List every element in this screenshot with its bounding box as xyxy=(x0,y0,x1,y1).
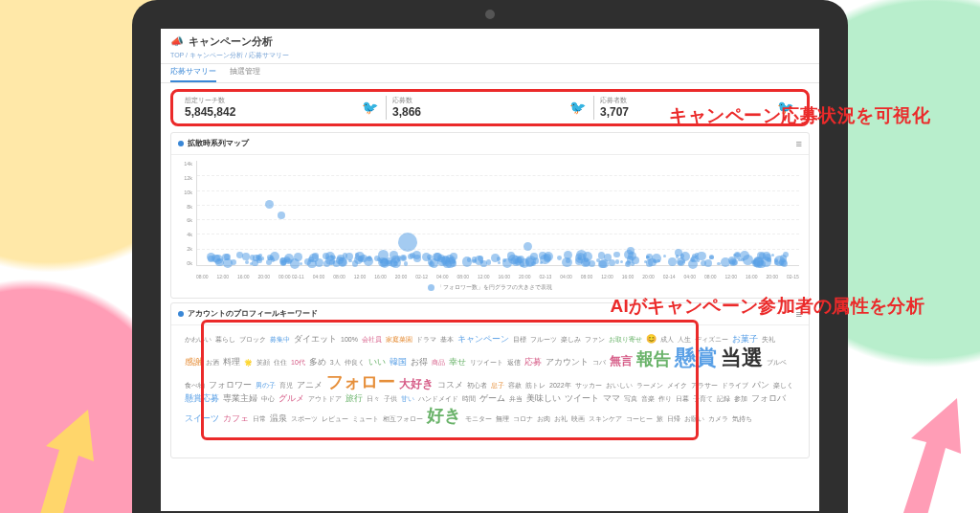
keyword[interactable]: 応募 xyxy=(524,357,542,367)
keyword[interactable]: 旅行 xyxy=(345,393,363,403)
keyword[interactable]: スポーツ xyxy=(291,415,318,423)
keyword[interactable]: 無理 xyxy=(496,415,509,423)
keyword[interactable]: 写真 xyxy=(624,395,637,403)
tab-lottery[interactable]: 抽選管理 xyxy=(230,67,260,82)
keyword[interactable]: お礼 xyxy=(554,415,568,423)
keyword[interactable]: お菓子 xyxy=(732,334,758,344)
keyword[interactable]: 音楽 xyxy=(641,395,655,403)
keyword[interactable]: お取り寄せ xyxy=(609,336,642,344)
word-cloud[interactable]: かわいい暮らしブロック募集中ダイエット100%会社員家庭菜園ドラマ基本キャンペー… xyxy=(171,325,809,457)
keyword[interactable]: スキンケア xyxy=(589,415,622,423)
keyword[interactable]: 旅 xyxy=(657,415,663,423)
keyword[interactable]: 温泉 xyxy=(270,413,287,423)
keyword[interactable]: 食べ物 xyxy=(185,382,205,390)
keyword[interactable]: 育児 xyxy=(279,382,293,390)
keyword[interactable]: 😊 xyxy=(646,334,657,344)
tab-summary[interactable]: 応募サマリー xyxy=(170,67,216,82)
breadcrumb[interactable]: TOP / キャンペーン分析 / 応募サマリー xyxy=(170,51,810,60)
keyword[interactable]: カフェ xyxy=(223,413,249,423)
keyword[interactable]: いい xyxy=(368,357,386,367)
keyword[interactable]: パン xyxy=(752,380,769,390)
keyword[interactable]: 日暮 xyxy=(676,395,689,403)
bubble-chart[interactable]: 14k12k10k8k6k4k2k0k 08:0012:0016:0020:00… xyxy=(171,155,809,281)
keyword[interactable]: 料理 xyxy=(223,357,240,367)
keyword[interactable]: 失礼 xyxy=(762,336,775,344)
keyword[interactable]: かわいい xyxy=(185,336,212,344)
keyword[interactable]: 目標 xyxy=(513,336,526,344)
keyword[interactable]: キャンペーン xyxy=(457,334,509,344)
keyword[interactable]: 当選 xyxy=(721,346,763,369)
keyword[interactable]: 無言 xyxy=(610,355,633,368)
keyword[interactable]: 美味しい xyxy=(526,393,561,403)
keyword[interactable]: 甘い xyxy=(401,395,414,403)
keyword[interactable]: サッカー xyxy=(575,382,602,390)
keyword[interactable]: 住住 xyxy=(274,359,287,367)
keyword[interactable]: カメラ xyxy=(708,415,728,423)
keyword[interactable]: コバ xyxy=(592,359,606,367)
keyword[interactable]: コロナ xyxy=(513,415,533,423)
keyword[interactable]: 容赦 xyxy=(508,382,522,390)
keyword[interactable]: ブルベ xyxy=(767,359,787,367)
keyword[interactable]: 韓国 xyxy=(390,357,407,367)
keyword[interactable]: 大好き xyxy=(399,378,434,391)
keyword[interactable]: 筋トレ xyxy=(525,382,546,390)
keyword[interactable]: ハンドメイド xyxy=(418,395,458,403)
keyword[interactable]: 感謝 xyxy=(185,357,202,367)
keyword[interactable]: フォロワー xyxy=(209,380,252,390)
keyword[interactable]: フルーツ xyxy=(530,336,557,344)
keyword[interactable]: ツイート xyxy=(565,393,599,403)
keyword[interactable]: 映画 xyxy=(571,415,585,423)
keyword[interactable]: お願い xyxy=(684,415,704,423)
keyword[interactable]: 楽しく xyxy=(773,382,793,390)
keyword[interactable]: メイク xyxy=(667,382,687,390)
keyword[interactable]: 笑顔 xyxy=(256,359,270,367)
keyword[interactable]: アカウント xyxy=(546,357,589,367)
keyword[interactable]: ママ xyxy=(603,393,620,403)
keyword[interactable]: 作り xyxy=(658,395,672,403)
keyword[interactable]: 会社員 xyxy=(362,336,382,344)
keyword[interactable]: フォロー xyxy=(326,372,395,392)
keyword[interactable]: 専業主婦 xyxy=(223,393,257,403)
keyword[interactable]: 日帰 xyxy=(667,415,680,423)
keyword[interactable]: 日常 xyxy=(253,415,266,423)
keyword[interactable]: グルメ xyxy=(278,393,304,403)
keyword[interactable]: アウトドア xyxy=(308,395,342,403)
keyword[interactable]: 日々 xyxy=(367,395,380,403)
keyword[interactable]: アラサー xyxy=(691,382,718,390)
keyword[interactable]: 返信 xyxy=(507,359,521,367)
keyword[interactable]: アニメ xyxy=(297,380,323,390)
keyword[interactable]: おいしい xyxy=(606,382,633,390)
keyword[interactable]: 成人 xyxy=(660,336,674,344)
keyword[interactable]: お得 xyxy=(411,357,428,367)
keyword[interactable]: 好き xyxy=(427,406,461,426)
keyword[interactable]: 家庭菜園 xyxy=(386,336,412,344)
keyword[interactable]: ラーメン xyxy=(636,382,663,390)
keyword[interactable]: お酒 xyxy=(206,359,219,367)
keyword[interactable]: 多め xyxy=(309,357,326,367)
keyword[interactable]: ゲーム xyxy=(479,393,505,403)
keyword[interactable]: ファン xyxy=(585,336,605,344)
keyword[interactable]: 仲良く xyxy=(345,359,365,367)
keyword[interactable]: 相互フォロー xyxy=(383,415,423,423)
keyword[interactable]: 懸賞応募 xyxy=(185,393,219,403)
keyword[interactable]: ドラマ xyxy=(416,336,436,344)
keyword[interactable]: ダイエット xyxy=(294,334,337,344)
keyword[interactable]: 暮らし xyxy=(215,336,235,344)
keyword[interactable]: 懸賞 xyxy=(675,346,717,369)
keyword[interactable]: 募集中 xyxy=(270,336,290,344)
keyword[interactable]: 10代 xyxy=(291,359,305,367)
keyword[interactable]: 子育て xyxy=(693,395,713,403)
keyword[interactable]: モニター xyxy=(465,415,492,423)
keyword[interactable]: 100% xyxy=(341,336,358,344)
keyword[interactable]: 🌟 xyxy=(244,359,253,367)
keyword[interactable]: 報告 xyxy=(636,349,671,369)
keyword[interactable]: コスメ xyxy=(437,380,463,390)
keyword[interactable]: 3人 xyxy=(330,359,341,367)
keyword[interactable]: コーヒー xyxy=(626,415,653,423)
keyword[interactable]: 楽しみ xyxy=(561,336,581,344)
keyword[interactable]: 記録 xyxy=(717,395,730,403)
keyword[interactable]: ドライブ xyxy=(722,382,748,390)
keyword[interactable]: 初心者 xyxy=(467,382,487,390)
keyword[interactable]: リツイート xyxy=(470,359,503,367)
keyword[interactable]: 中心 xyxy=(261,395,275,403)
